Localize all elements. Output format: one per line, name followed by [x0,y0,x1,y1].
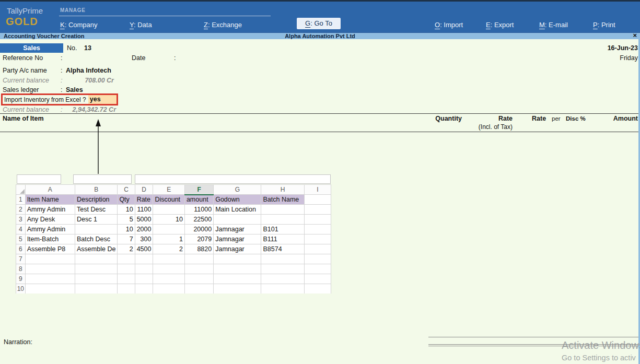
excel-cell-A5[interactable]: Item-Batch [25,234,75,244]
excel-row-header-10[interactable]: 10 [16,284,26,294]
excel-cell-G3[interactable] [214,215,261,225]
excel-cell-C4[interactable]: 10 [118,225,135,234]
excel-cell-A2[interactable]: Ammy Admin [25,205,75,215]
excel-cell-F7[interactable] [184,254,213,264]
excel-cell-F1[interactable]: amount [184,195,213,205]
excel-cell-G2[interactable]: Main Location [214,205,261,215]
excel-cell-D7[interactable] [135,254,153,264]
excel-cell-H7[interactable] [261,254,304,264]
excel-row-header-4[interactable]: 4 [16,225,26,234]
excel-cell-A6[interactable]: Assemble P8 [25,244,75,254]
excel-cell-I5[interactable] [304,234,331,244]
excel-cell-G1[interactable]: Godown [214,195,261,205]
excel-row-header-9[interactable]: 9 [16,274,26,284]
excel-cell-D6[interactable]: 4500 [135,244,153,254]
excel-cell-B2[interactable]: Test Desc [75,205,118,215]
excel-cell-C1[interactable]: Qty [118,195,135,205]
excel-cell-E4[interactable] [153,225,184,234]
excel-row-header-8[interactable]: 8 [16,264,26,274]
excel-col-header-H[interactable]: H [261,185,304,195]
excel-cell-E8[interactable] [153,264,184,274]
excel-cell-E10[interactable] [153,284,184,294]
excel-col-header-E[interactable]: E [153,185,184,195]
excel-cell-I10[interactable] [304,284,331,294]
excel-cell-I7[interactable] [304,254,331,264]
excel-cell-H1[interactable]: Batch Name [261,195,304,205]
excel-cell-F8[interactable] [184,264,213,274]
excel-cell-C8[interactable] [118,264,135,274]
excel-cell-B4[interactable] [75,225,118,234]
excel-cell-E6[interactable]: 2 [153,244,184,254]
excel-cell-A7[interactable] [25,254,75,264]
excel-cell-C5[interactable]: 7 [118,234,135,244]
excel-cell-H3[interactable] [261,215,304,225]
excel-cell-B9[interactable] [75,274,118,284]
excel-col-header-B[interactable]: B [75,185,118,195]
excel-cell-I6[interactable] [304,244,331,254]
excel-cell-C6[interactable]: 2 [118,244,135,254]
excel-row-header-3[interactable]: 3 [16,215,26,225]
excel-cell-B8[interactable] [75,264,118,274]
excel-cell-G7[interactable] [214,254,261,264]
excel-cell-F10[interactable] [184,284,213,294]
excel-cell-E7[interactable] [153,254,184,264]
excel-cell-D5[interactable]: 300 [135,234,153,244]
excel-cell-E5[interactable]: 1 [153,234,184,244]
excel-cell-A10[interactable] [25,284,75,294]
excel-row-header-6[interactable]: 6 [16,244,26,254]
excel-cell-D4[interactable]: 2000 [135,225,153,234]
menu-item-company[interactable]: K: Company [60,19,98,31]
excel-col-header-F[interactable]: F [184,185,213,195]
excel-cell-E9[interactable] [153,274,184,284]
excel-cell-F2[interactable]: 11000 [184,205,213,215]
excel-cell-A9[interactable] [25,274,75,284]
menu-item-exchange[interactable]: Z: Exchange [204,19,242,31]
party-ac-value[interactable]: Alpha Infotech [66,67,111,74]
excel-cell-D9[interactable] [135,274,153,284]
excel-cell-B3[interactable]: Desc 1 [75,215,118,225]
excel-cell-D3[interactable]: 5000 [135,215,153,225]
menu-item-print[interactable]: P: Print [593,19,615,31]
excel-cell-B5[interactable]: Batch Desc [75,234,118,244]
excel-cell-H4[interactable]: B101 [261,225,304,234]
excel-col-header-I[interactable]: I [304,185,331,195]
menu-item-e-mail[interactable]: M: E-mail [539,19,568,31]
excel-cell-D2[interactable]: 1100 [135,205,153,215]
excel-cell-D8[interactable] [135,264,153,274]
voucher-date-value[interactable]: 16-Jun-23 [608,44,638,52]
excel-cell-G5[interactable]: Jamnagar [214,234,261,244]
excel-cell-G8[interactable] [214,264,261,274]
menu-item-export[interactable]: E: Export [486,19,514,31]
excel-cell-I9[interactable] [304,274,331,284]
excel-cell-G4[interactable]: Jamnagar [214,225,261,234]
excel-row-header-1[interactable]: 1 [16,195,26,205]
excel-cell-C3[interactable]: 5 [118,215,135,225]
excel-cell-A4[interactable]: Ammy Admin [25,225,75,234]
excel-row-header-2[interactable]: 2 [16,205,26,215]
excel-cell-H6[interactable]: B8574 [261,244,304,254]
excel-row-header-7[interactable]: 7 [16,254,26,264]
excel-cell-B1[interactable]: Description [75,195,118,205]
close-icon[interactable]: × [633,32,637,39]
voucher-type-button[interactable]: Sales [0,43,63,53]
menu-item-data[interactable]: Y: Data [130,19,152,31]
excel-cell-F4[interactable]: 20000 [184,225,213,234]
excel-cell-C9[interactable] [118,274,135,284]
sales-ledger-value[interactable]: Sales [66,86,83,93]
excel-cell-H8[interactable] [261,264,304,274]
excel-col-header-G[interactable]: G [214,185,261,195]
excel-col-header-D[interactable]: D [135,185,153,195]
excel-col-header-C[interactable]: C [118,185,135,195]
excel-cell-A1[interactable]: Item Name [25,195,75,205]
import-inventory-yes-field[interactable]: yes [88,95,117,104]
excel-cell-B7[interactable] [75,254,118,264]
excel-cell-H5[interactable]: B111 [261,234,304,244]
excel-cell-G9[interactable] [214,274,261,284]
excel-cell-B10[interactable] [75,284,118,294]
excel-cell-H10[interactable] [261,284,304,294]
excel-cell-E1[interactable]: Discount [153,195,184,205]
excel-cell-F3[interactable]: 22500 [184,215,213,225]
goto-button[interactable]: G: Go To [297,18,341,29]
excel-cell-I4[interactable] [304,225,331,234]
excel-cell-F6[interactable]: 8820 [184,244,213,254]
